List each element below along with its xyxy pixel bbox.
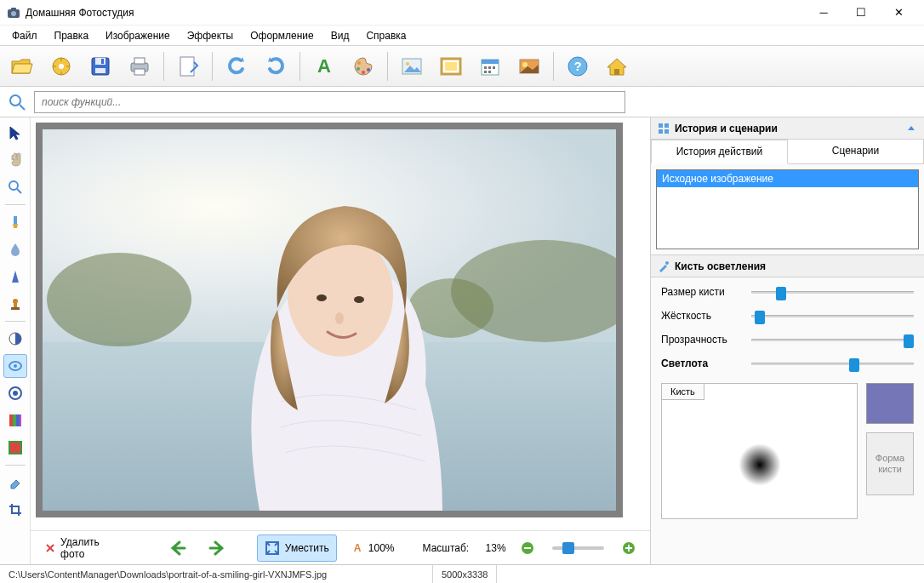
stamp-tool[interactable] xyxy=(3,292,27,316)
photo-placeholder xyxy=(43,129,616,511)
sponge-tool[interactable] xyxy=(3,381,27,405)
tab-scenarios[interactable]: Сценарии xyxy=(788,140,924,163)
status-dimensions: 5000x3338 xyxy=(433,565,497,583)
darken-tool[interactable] xyxy=(3,327,27,351)
svg-rect-29 xyxy=(488,66,491,69)
svg-point-80 xyxy=(665,261,669,265)
svg-point-19 xyxy=(356,67,360,71)
canvas-frame[interactable] xyxy=(36,123,623,517)
palette-button[interactable] xyxy=(345,49,382,83)
fit-button[interactable]: Уместить xyxy=(257,534,337,562)
tab-history[interactable]: История действий xyxy=(651,140,788,164)
brush-shape-button[interactable]: Форма кисти xyxy=(866,432,914,495)
blur-tool[interactable] xyxy=(3,237,27,261)
brush-panel-title: Кисть осветления xyxy=(675,260,766,272)
svg-point-66 xyxy=(335,312,344,324)
collapse-icon[interactable] xyxy=(905,123,917,134)
menu-edit[interactable]: Правка xyxy=(46,27,98,44)
crop-tool[interactable] xyxy=(3,498,27,522)
history-tabs: История действий Сценарии xyxy=(651,140,924,164)
svg-rect-54 xyxy=(20,414,21,426)
search-icon[interactable] xyxy=(5,90,29,114)
svg-line-41 xyxy=(17,189,21,193)
help-button[interactable]: ? xyxy=(559,49,596,83)
save-as-button[interactable] xyxy=(169,49,207,83)
svg-point-48 xyxy=(14,364,17,368)
svg-point-38 xyxy=(10,95,20,106)
brush-preview-row: Кисть Форма кисти xyxy=(651,378,924,529)
svg-rect-77 xyxy=(664,123,669,128)
svg-rect-51 xyxy=(9,414,13,426)
brush-lightness-slider[interactable] xyxy=(751,363,914,365)
frame-button[interactable] xyxy=(432,49,470,83)
menu-help[interactable]: Справка xyxy=(357,27,414,44)
print-button[interactable] xyxy=(121,49,158,83)
svg-point-60 xyxy=(47,253,191,346)
brush-tool[interactable] xyxy=(3,210,27,234)
text-button[interactable]: A xyxy=(305,49,343,83)
svg-rect-16 xyxy=(180,57,194,76)
main-toolbar: A ? xyxy=(0,46,924,87)
close-button[interactable]: ✕ xyxy=(880,0,917,26)
hundred-icon: A xyxy=(351,542,363,554)
svg-rect-79 xyxy=(664,129,669,134)
svg-rect-45 xyxy=(11,307,20,310)
menu-effects[interactable]: Эффекты xyxy=(179,27,242,44)
menu-view[interactable]: Вид xyxy=(322,27,358,44)
menu-file[interactable]: Файл xyxy=(3,27,46,44)
home-button[interactable] xyxy=(598,49,636,83)
brush-color-swatch[interactable] xyxy=(866,383,914,424)
hundred-percent-button[interactable]: A 100% xyxy=(344,534,402,562)
brush-opacity-label: Прозрачность xyxy=(661,334,744,346)
brush-hardness-label: Жёсткость xyxy=(661,310,744,322)
menu-image[interactable]: Изображение xyxy=(97,27,179,44)
search-input[interactable] xyxy=(34,91,625,113)
calendar-button[interactable] xyxy=(471,49,509,83)
redo-button[interactable] xyxy=(257,49,294,83)
save-button[interactable] xyxy=(82,49,119,83)
main-area: + xyxy=(0,117,924,564)
next-photo-button[interactable] xyxy=(201,534,235,562)
svg-point-34 xyxy=(522,62,528,67)
eraser-tool[interactable] xyxy=(3,471,27,494)
svg-text:+: + xyxy=(19,441,22,449)
open-button[interactable] xyxy=(3,49,41,83)
pointer-tool[interactable] xyxy=(3,121,27,145)
history-item[interactable]: Исходное изображение xyxy=(657,170,918,187)
preview-tab-label[interactable]: Кисть xyxy=(661,383,704,400)
svg-rect-11 xyxy=(95,68,106,73)
brush-hardness-slider[interactable] xyxy=(751,315,914,317)
replace-color-tool[interactable]: + xyxy=(3,436,27,460)
maximize-button[interactable]: ☐ xyxy=(842,0,880,26)
prev-photo-button[interactable] xyxy=(160,534,194,562)
undo-button[interactable] xyxy=(218,49,255,83)
zoom-out-button[interactable] xyxy=(513,534,542,562)
delete-icon xyxy=(45,540,55,556)
zoom-tool[interactable] xyxy=(3,175,27,199)
svg-rect-53 xyxy=(16,414,20,426)
zoom-in-button[interactable] xyxy=(614,534,643,562)
menu-design[interactable]: Оформление xyxy=(242,27,322,44)
brush-size-slider[interactable] xyxy=(751,291,914,294)
minimize-button[interactable]: ─ xyxy=(805,0,842,26)
app-icon xyxy=(7,6,20,20)
brush-opacity-slider[interactable] xyxy=(751,339,914,341)
svg-point-20 xyxy=(362,71,365,74)
history-panel-header: История и сценарии xyxy=(651,117,924,140)
lighten-tool[interactable] xyxy=(3,354,27,378)
zoom-slider[interactable] xyxy=(552,546,604,550)
menubar: Файл Правка Изображение Эффекты Оформлен… xyxy=(0,26,924,46)
image-button[interactable] xyxy=(393,49,431,83)
sharpen-tool[interactable] xyxy=(3,265,27,289)
svg-text:?: ? xyxy=(573,59,581,73)
delete-photo-button[interactable]: Удалить фото xyxy=(37,534,112,562)
svg-rect-27 xyxy=(482,60,499,64)
gradient-tool[interactable] xyxy=(3,409,27,432)
canvas-wrap: Удалить фото Уместить A 100% Масштаб: 13… xyxy=(31,117,650,564)
svg-point-65 xyxy=(354,296,364,303)
postcard-button[interactable] xyxy=(510,49,548,83)
hand-tool[interactable] xyxy=(3,148,27,172)
brush-lightness-row: Светлота xyxy=(661,357,914,369)
recent-button[interactable] xyxy=(43,49,80,83)
history-list[interactable]: Исходное изображение xyxy=(656,169,919,249)
